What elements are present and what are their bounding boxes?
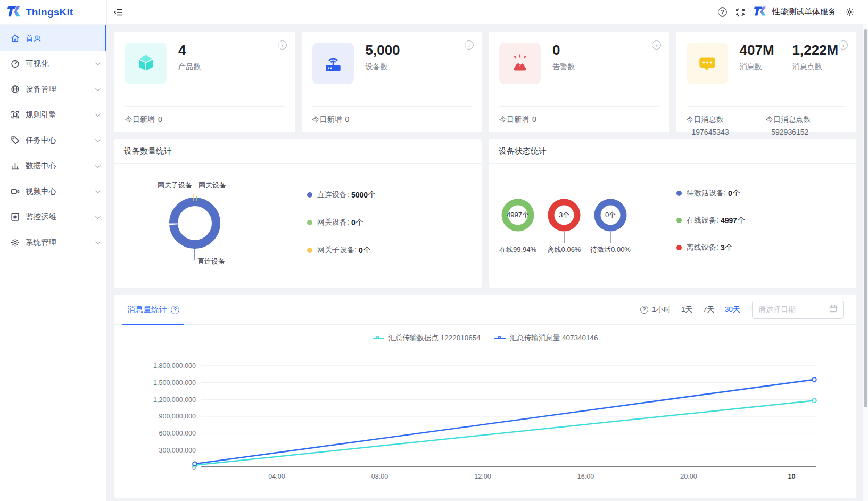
time-range-1天[interactable]: 1天	[681, 305, 693, 315]
sidebar-item-label: 监控运维	[26, 212, 56, 222]
stat-label: 设备数	[366, 62, 400, 72]
svg-text:1,800,000,000: 1,800,000,000	[153, 362, 196, 369]
stat-value: 0	[552, 43, 575, 59]
sidebar-item-video-center[interactable]: 视频中心	[0, 178, 106, 204]
stat-value: 4	[178, 43, 201, 59]
legend-dot	[307, 220, 312, 225]
chevron-down-icon	[95, 188, 101, 193]
stat-label: 告警数	[552, 62, 575, 72]
router-icon	[312, 43, 354, 84]
time-range-7天[interactable]: 7天	[703, 305, 715, 315]
sidebar-item-label: 首页	[26, 33, 41, 43]
info-icon[interactable]: i	[465, 40, 474, 50]
fullscreen-icon[interactable]	[736, 8, 745, 17]
donut-label-direct: 直连设备	[197, 257, 225, 266]
tab-label: 消息量统计	[127, 305, 167, 315]
footer-label: 今日消息点数	[766, 115, 846, 125]
calendar-icon	[829, 305, 837, 315]
svg-text:900,000,000: 900,000,000	[159, 413, 196, 420]
stat-value: 5,000	[366, 43, 400, 59]
help-icon[interactable]: ?	[718, 7, 727, 17]
stat-label: 消息数	[740, 62, 774, 72]
svg-text:04:00: 04:00	[268, 473, 285, 480]
stat-card-footer-item: 今日消息数197645343	[687, 115, 766, 136]
svg-text:1,500,000,000: 1,500,000,000	[153, 379, 196, 387]
status-ring: 3个	[545, 196, 583, 234]
legend-line-marker	[373, 338, 384, 339]
chevron-down-icon	[95, 162, 101, 168]
chart-legend-item[interactable]: 汇总传输消息量 407340146	[494, 333, 598, 343]
legend-value: 5000	[351, 191, 368, 199]
panel-title: 设备状态统计	[499, 146, 547, 157]
home-icon	[11, 34, 20, 43]
chart-legend-item[interactable]: 汇总传输数据点 1222010654	[373, 333, 480, 343]
footer-value: 0	[532, 115, 536, 124]
sidebar-item-task-center[interactable]: 任务中心	[0, 127, 106, 153]
gauge-icon	[11, 59, 20, 68]
video-icon	[11, 187, 20, 196]
footer-value: 0	[158, 115, 162, 124]
sidebar-item-label: 设备管理	[26, 84, 56, 94]
sidebar-menu: 首页可视化设备管理规则引擎任务中心数据中心视频中心监控运维系统管理	[0, 25, 106, 255]
chevron-down-icon	[95, 86, 101, 91]
time-range-1小时[interactable]: 1小时	[652, 305, 671, 315]
info-icon[interactable]: i	[652, 40, 661, 50]
message-icon	[687, 43, 728, 84]
date-picker[interactable]: 请选择日期	[752, 301, 844, 319]
help-icon[interactable]: ?	[171, 306, 179, 314]
help-icon[interactable]: ?	[640, 306, 648, 314]
bar-chart-icon	[11, 161, 20, 170]
chevron-down-icon	[95, 213, 101, 219]
legend-unit: 个	[738, 216, 745, 225]
legend-unit: 个	[356, 218, 363, 227]
message-stats-panel: 消息量统计 ? ? 1小时1天7天30天 请选择日期 汇总传输数据点 12220…	[114, 295, 856, 498]
info-icon[interactable]: i	[839, 40, 848, 50]
stat-value: 407M	[740, 43, 774, 59]
sidebar-item-home[interactable]: 首页	[0, 25, 106, 51]
legend-value: 0	[728, 189, 732, 198]
scrollbar-thumb[interactable]	[864, 29, 867, 407]
footer-label: 今日新增	[125, 115, 155, 124]
sidebar-item-data-center[interactable]: 数据中心	[0, 153, 106, 178]
footer-value: 197645343	[692, 128, 766, 136]
date-picker-placeholder: 请选择日期	[758, 305, 829, 315]
ring-count: 4997个	[499, 196, 536, 234]
legend-item: 网关设备:0个	[307, 218, 376, 227]
device-status-panel: 设备状态统计 4997个在线99.94% 3个离线0.06% 0个待激活0.00…	[489, 139, 856, 288]
workspace-logo-icon	[754, 5, 767, 19]
legend-item: 待激活设备:0个	[676, 188, 745, 198]
workspace-name[interactable]: 性能测试单体服务	[772, 7, 836, 17]
stat-card-alarms: 0 告警数 i 今日新增0	[489, 32, 669, 132]
brand[interactable]: ThingsKit	[0, 0, 106, 25]
legend-dot	[307, 248, 312, 253]
ring-count: 3个	[545, 196, 583, 234]
monitor-icon	[11, 212, 20, 221]
message-line-chart: 0300,000,000600,000,000900,000,0001,200,…	[114, 345, 856, 492]
stat-value: 1,222M	[792, 43, 839, 59]
chevron-down-icon	[95, 137, 101, 142]
tab-message-stats[interactable]: 消息量统计 ?	[127, 295, 179, 325]
ring-label: 离线0.06%	[548, 245, 581, 254]
scrollbar-track[interactable]	[863, 24, 868, 501]
status-ring: 4997个	[499, 196, 536, 234]
sidebar-item-label: 系统管理	[26, 237, 56, 248]
stat-card-products: 4 产品数 i 今日新增0	[114, 32, 295, 132]
message-panel-toolbar: 消息量统计 ? ? 1小时1天7天30天 请选择日期	[114, 295, 856, 325]
sidebar-item-device-management[interactable]: 设备管理	[0, 76, 106, 102]
donut-label-gateway: 网关设备	[199, 180, 226, 190]
sidebar-item-rule-engine[interactable]: 规则引擎	[0, 102, 106, 127]
collapse-sidebar-icon[interactable]	[114, 8, 123, 17]
ring-count: 0个	[592, 196, 629, 234]
legend-value: 0	[359, 246, 363, 254]
stat-metric: 407M 消息数	[740, 43, 774, 102]
time-range-30天[interactable]: 30天	[724, 305, 740, 315]
sidebar-item-system-management[interactable]: 系统管理	[0, 229, 106, 255]
sidebar-item-monitoring-ops[interactable]: 监控运维	[0, 204, 106, 229]
stat-cards-row: 4 产品数 i 今日新增0 5,000 设备数 i 今日新增0 0 告警数 i …	[114, 32, 856, 132]
sidebar-item-visualization[interactable]: 可视化	[0, 51, 106, 76]
info-icon[interactable]: i	[278, 40, 287, 50]
footer-label: 今日新增	[499, 115, 529, 124]
legend-unit: 个	[725, 243, 733, 252]
settings-gear-icon[interactable]	[845, 7, 854, 17]
sidebar: ThingsKit 首页可视化设备管理规则引擎任务中心数据中心视频中心监控运维系…	[0, 0, 107, 501]
